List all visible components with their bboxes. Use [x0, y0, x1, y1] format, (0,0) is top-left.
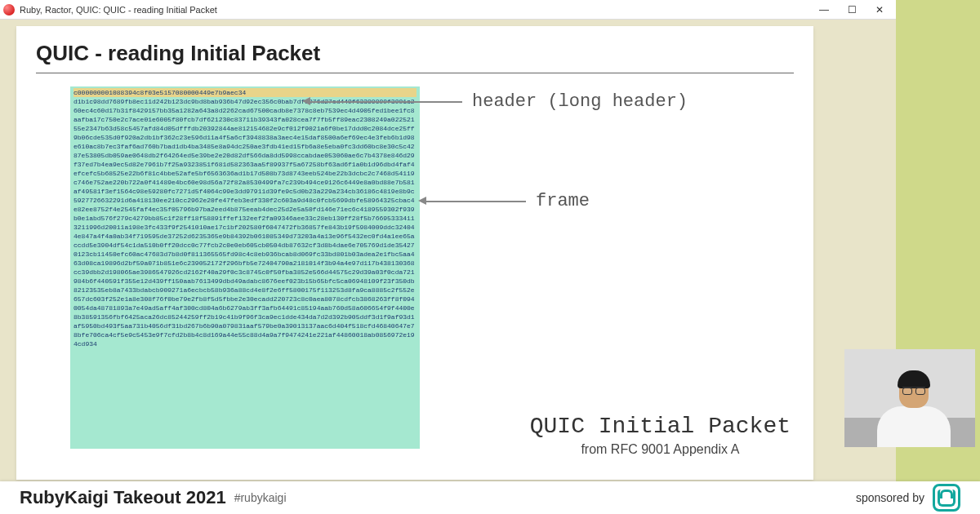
window-controls: ― ☐ ✕ [811, 2, 893, 18]
sponsor-logo [933, 484, 960, 512]
speaker-person [873, 374, 955, 447]
arrow-frame-head [418, 197, 426, 205]
caption-sub: from RFC 9001 Appendix A [530, 442, 791, 457]
annotation-frame: frame [536, 191, 590, 211]
window-title: Ruby, Ractor, QUIC: QUIC - reading Initi… [20, 5, 811, 15]
divider [36, 73, 794, 73]
footer: RubyKaigi Takeout 2021 #rubykaigi sponso… [0, 481, 980, 514]
speaker-bg [844, 349, 975, 447]
event-hashtag: #rubykaigi [234, 491, 287, 504]
annotation-header: header (long header) [472, 91, 688, 112]
app-window: Ruby, Ractor, QUIC: QUIC - reading Initi… [0, 0, 896, 481]
hex-dump: c000000001088394c8f03e5157080000449e7b9a… [70, 86, 420, 449]
app-icon [3, 4, 15, 16]
arrow-header-line [309, 101, 462, 103]
close-button[interactable]: ✕ [866, 2, 893, 18]
speaker-head [899, 374, 929, 408]
maximize-button[interactable]: ☐ [839, 2, 865, 18]
caption-main: QUIC Initial Packet [530, 414, 791, 439]
hex-header-bytes: c000000001088394c8f03e5157080000449e7b9a… [74, 88, 416, 97]
slide-title: QUIC - reading Initial Packet [16, 26, 813, 73]
event-title: RubyKaigi Takeout 2021 [20, 487, 226, 508]
sponsored-by-label: sponsored by [856, 491, 924, 504]
speaker-body [877, 406, 951, 447]
minimize-button[interactable]: ― [811, 2, 837, 18]
speaker-hair [898, 370, 930, 388]
speaker-glasses [902, 387, 925, 393]
titlebar: Ruby, Ractor, QUIC: QUIC - reading Initi… [0, 0, 896, 20]
hex-body-bytes: d1b1c98dd7689fb8ec11d242b123dc9bd8bab936… [74, 98, 415, 348]
slide-body: c000000001088394c8f03e5157080000449e7b9a… [16, 83, 813, 475]
slide: QUIC - reading Initial Packet c000000001… [16, 26, 813, 480]
speaker-video [844, 349, 975, 447]
arrow-frame-line [425, 201, 526, 202]
arrow-header-head [302, 97, 310, 105]
caption: QUIC Initial Packet from RFC 9001 Append… [530, 414, 791, 457]
